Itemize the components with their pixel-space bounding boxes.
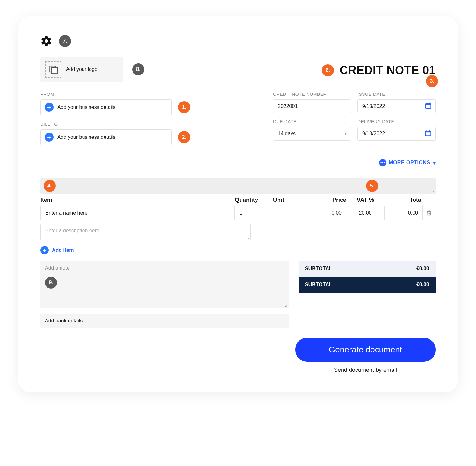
delivery-date-input[interactable] <box>357 127 436 141</box>
item-description-input[interactable]: Enter a description here ⌟ <box>40 224 251 241</box>
issue-date-label: ISSUE DATE <box>357 92 436 97</box>
annotation-3: 3. <box>426 75 438 87</box>
number-input[interactable] <box>273 99 351 113</box>
annotation-1: 1. <box>178 101 190 113</box>
from-placeholder: Add your business details <box>57 104 115 110</box>
add-item-label: Add item <box>52 247 74 253</box>
items-section: 4. 5. ⌟ Item Quantity Unit Price VAT % T… <box>40 178 436 373</box>
items-banner-textarea[interactable]: 4. 5. ⌟ <box>40 178 436 194</box>
resize-handle-icon: ⌟ <box>432 188 434 193</box>
plus-icon: + <box>45 133 54 142</box>
due-date-label: DUE DATE <box>273 119 351 124</box>
grand-total-row: SUBTOTAL €0.00 <box>299 277 436 293</box>
header-row: Add your logo 8. 6. CREDIT NOTE 01 <box>40 57 436 82</box>
more-options-button[interactable]: ••• MORE OPTIONS ▾ <box>40 159 436 166</box>
more-options-label: MORE OPTIONS <box>389 160 430 166</box>
annotation-9: 9. <box>45 277 57 289</box>
image-placeholder-icon <box>45 61 61 78</box>
items-header-row: Item Quantity Unit Price VAT % Total <box>40 195 436 206</box>
item-row: Enter a name here 1 0.00 20.00 0.00 <box>40 206 436 220</box>
annotation-5: 5. <box>366 180 378 192</box>
note-placeholder: Add a note <box>45 265 69 271</box>
resize-handle-icon: ⌟ <box>285 302 287 307</box>
add-logo-label: Add your logo <box>66 67 97 72</box>
from-label: FROM <box>40 92 190 97</box>
grand-total-label: SUBTOTAL <box>305 282 332 287</box>
meta-column: 3. CREDIT NOTE NUMBER ISSUE DATE <box>273 92 436 141</box>
item-vat-input[interactable]: 20.00 <box>346 206 385 220</box>
header-qty: Quantity <box>235 197 273 203</box>
parties-column: FROM + Add your business details 1. BILL… <box>40 92 190 145</box>
add-logo-button[interactable]: Add your logo <box>40 57 123 82</box>
header-price: Price <box>308 197 346 203</box>
add-bank-details-button[interactable]: Add bank details <box>40 314 289 328</box>
details-row: FROM + Add your business details 1. BILL… <box>40 92 436 145</box>
gear-icon[interactable] <box>40 35 53 47</box>
document-title[interactable]: CREDIT NOTE 01 <box>340 64 436 77</box>
item-description-placeholder: Enter a description here <box>45 228 99 233</box>
annotation-6: 6. <box>322 64 334 76</box>
header-vat: VAT % <box>346 197 385 203</box>
header-item: Item <box>40 197 235 203</box>
item-total-input[interactable]: 0.00 <box>385 206 423 220</box>
plus-icon: + <box>45 103 54 112</box>
due-date-select[interactable]: 14 days <box>273 127 351 141</box>
resize-handle-icon: ⌟ <box>247 235 249 240</box>
billto-input[interactable]: + Add your business details <box>40 129 172 145</box>
item-price-input[interactable]: 0.00 <box>308 206 346 220</box>
annotation-4: 4. <box>44 180 56 192</box>
add-item-button[interactable]: + Add item <box>40 246 436 254</box>
subtotal-value: €0.00 <box>416 266 429 272</box>
chevron-down-icon: ▾ <box>433 160 436 166</box>
item-name-input[interactable]: Enter a name here <box>40 206 235 220</box>
subtotal-label: SUBTOTAL <box>305 266 332 272</box>
annotation-2: 2. <box>178 131 190 143</box>
document-editor: 7. Add your logo 8. 6. CREDIT NOTE 01 FR… <box>18 16 458 392</box>
from-input[interactable]: + Add your business details <box>40 99 172 115</box>
annotation-7: 7. <box>59 35 71 47</box>
totals-box: SUBTOTAL €0.00 SUBTOTAL €0.00 <box>299 261 436 293</box>
note-textarea[interactable]: Add a note 9. ⌟ <box>40 261 289 308</box>
item-qty-input[interactable]: 1 <box>235 206 273 220</box>
subtotal-row: SUBTOTAL €0.00 <box>299 261 436 277</box>
header-unit: Unit <box>273 197 308 203</box>
grand-total-value: €0.00 <box>416 282 429 287</box>
number-label: CREDIT NOTE NUMBER <box>273 92 351 97</box>
delivery-date-label: DELIVERY DATE <box>357 119 436 124</box>
plus-icon: + <box>40 246 49 254</box>
delete-row-button[interactable] <box>423 206 436 220</box>
item-unit-input[interactable] <box>273 206 308 220</box>
dots-icon: ••• <box>379 159 386 166</box>
send-by-email-link[interactable]: Send document by email <box>334 367 397 373</box>
issue-date-input[interactable] <box>357 99 436 113</box>
billto-label: BILL TO <box>40 122 190 127</box>
generate-document-button[interactable]: Generate document <box>295 338 436 362</box>
annotation-8: 8. <box>132 63 144 75</box>
billto-placeholder: Add your business details <box>57 134 115 140</box>
svg-rect-1 <box>52 68 58 74</box>
header-total: Total <box>385 197 423 203</box>
top-toolbar: 7. <box>40 35 436 47</box>
